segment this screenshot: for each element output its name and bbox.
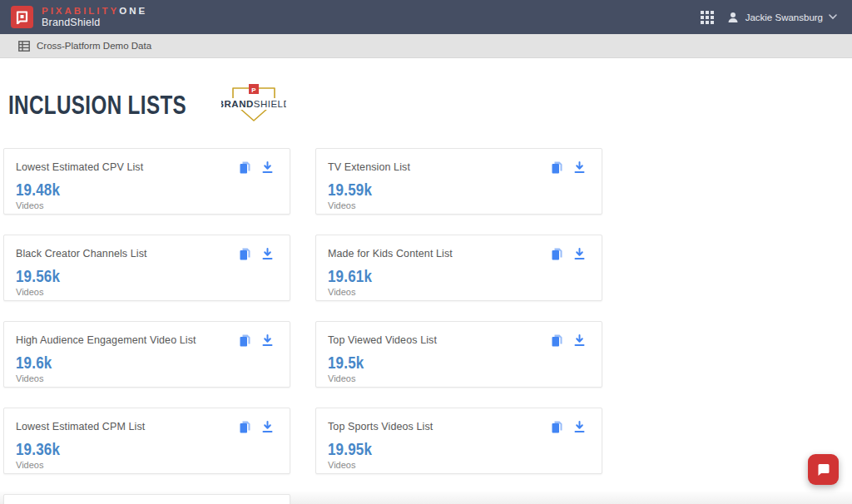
- list-card: Made for Kids Content List 19.61k Videos: [315, 235, 602, 301]
- brandshield-logo-brand: BRAND: [221, 99, 254, 109]
- page-title: INCLUSION LISTS: [8, 91, 186, 121]
- chevron-down-icon: [829, 14, 837, 20]
- video-count-unit: Videos: [16, 287, 278, 297]
- svg-text:BRANDSHIELD: BRANDSHIELD: [221, 99, 286, 109]
- list-card: Top Music Videos List: [3, 494, 290, 504]
- chat-button[interactable]: [808, 454, 839, 485]
- download-icon[interactable]: [574, 161, 585, 174]
- download-icon[interactable]: [574, 334, 585, 347]
- copy-icon[interactable]: [240, 161, 250, 174]
- list-card: Lowest Estimated CPV List 19.48k Videos: [3, 148, 290, 215]
- list-card: Black Creator Channels List 19.56k Video…: [3, 235, 290, 301]
- list-card: High Audience Engagement Video List 19.6…: [3, 321, 290, 388]
- download-icon[interactable]: [262, 334, 273, 347]
- download-icon[interactable]: [262, 248, 273, 260]
- card-actions: [552, 248, 585, 260]
- copy-icon[interactable]: [240, 248, 250, 260]
- brandshield-logo-shield: SHIELD: [254, 99, 286, 109]
- pixability-logo-icon: [11, 6, 33, 28]
- brand-suffix: ONE: [119, 6, 147, 16]
- product-name: BrandShield: [42, 17, 147, 28]
- video-count-unit: Videos: [328, 287, 590, 297]
- apps-grid-icon[interactable]: [700, 10, 715, 25]
- list-card: Top Viewed Videos List 19.5k Videos: [315, 321, 602, 388]
- list-card-title: Top Sports Videos List: [328, 421, 433, 432]
- download-icon[interactable]: [262, 421, 273, 433]
- video-count-unit: Videos: [16, 460, 278, 470]
- video-count: 19.6k: [16, 353, 52, 373]
- list-card-title: Black Creator Channels List: [16, 248, 147, 259]
- breadcrumb-label: Cross-Platform Demo Data: [37, 41, 151, 51]
- card-actions: [552, 161, 585, 174]
- copy-icon[interactable]: [552, 161, 562, 174]
- list-card-title: Made for Kids Content List: [328, 248, 453, 259]
- copy-icon[interactable]: [240, 421, 250, 433]
- breadcrumb[interactable]: Cross-Platform Demo Data: [0, 34, 852, 58]
- chat-bubble-icon: [816, 462, 830, 477]
- list-card: Lowest Estimated CPM List 19.36k Videos: [3, 408, 290, 474]
- brand-name: PIXABILITY: [42, 6, 119, 16]
- user-menu[interactable]: Jackie Swansburg: [726, 11, 837, 24]
- video-count: 19.59k: [328, 180, 372, 200]
- list-card-title: Top Viewed Videos List: [328, 334, 437, 346]
- video-count-unit: Videos: [328, 373, 590, 383]
- card-actions: [552, 421, 585, 433]
- page-header: INCLUSION LISTS P BRANDSHIELD: [8, 86, 852, 125]
- brand-group[interactable]: PIXABILITYONE BrandShield: [11, 6, 147, 29]
- data-table-icon: [18, 41, 30, 52]
- main-content: INCLUSION LISTS P BRANDSHIELD Lowest Est…: [0, 86, 852, 504]
- video-count-unit: Videos: [328, 460, 590, 470]
- brand-text: PIXABILITYONE BrandShield: [42, 6, 147, 29]
- card-grid: Lowest Estimated CPV List 19.48k Videos: [3, 148, 852, 504]
- video-count-unit: Videos: [16, 373, 278, 383]
- card-actions: [240, 334, 273, 347]
- video-count: 19.95k: [328, 440, 372, 459]
- list-card: TV Extension List 19.59k Videos: [315, 148, 602, 215]
- video-count: 19.48k: [16, 180, 60, 200]
- video-count: 19.5k: [328, 353, 364, 373]
- svg-text:P: P: [252, 86, 257, 94]
- download-icon[interactable]: [574, 421, 585, 433]
- video-count-unit: Videos: [16, 200, 278, 210]
- top-navbar: PIXABILITYONE BrandShield Jackie Swansbu…: [0, 0, 852, 34]
- list-card: Top Sports Videos List 19.95k Videos: [315, 408, 602, 474]
- list-card-title: High Audience Engagement Video List: [16, 334, 196, 346]
- download-icon[interactable]: [574, 248, 585, 260]
- list-card-title: Lowest Estimated CPM List: [16, 421, 145, 432]
- copy-icon[interactable]: [552, 421, 562, 433]
- video-count: 19.36k: [16, 440, 60, 459]
- card-actions: [552, 334, 585, 347]
- navbar-right: Jackie Swansburg: [700, 10, 837, 25]
- download-icon[interactable]: [262, 161, 273, 174]
- video-count-unit: Videos: [328, 200, 590, 210]
- card-actions: [240, 161, 273, 174]
- copy-icon[interactable]: [240, 334, 250, 347]
- video-count: 19.56k: [16, 267, 60, 286]
- person-icon: [726, 11, 740, 24]
- card-actions: [240, 421, 273, 433]
- video-count: 19.61k: [328, 267, 372, 286]
- user-name: Jackie Swansburg: [746, 12, 823, 22]
- list-card-title: TV Extension List: [328, 161, 410, 173]
- copy-icon[interactable]: [552, 334, 562, 347]
- card-actions: [240, 248, 273, 260]
- copy-icon[interactable]: [552, 248, 562, 260]
- list-card-title: Lowest Estimated CPV List: [16, 161, 143, 173]
- brandshield-logo: P BRANDSHIELD: [221, 82, 286, 126]
